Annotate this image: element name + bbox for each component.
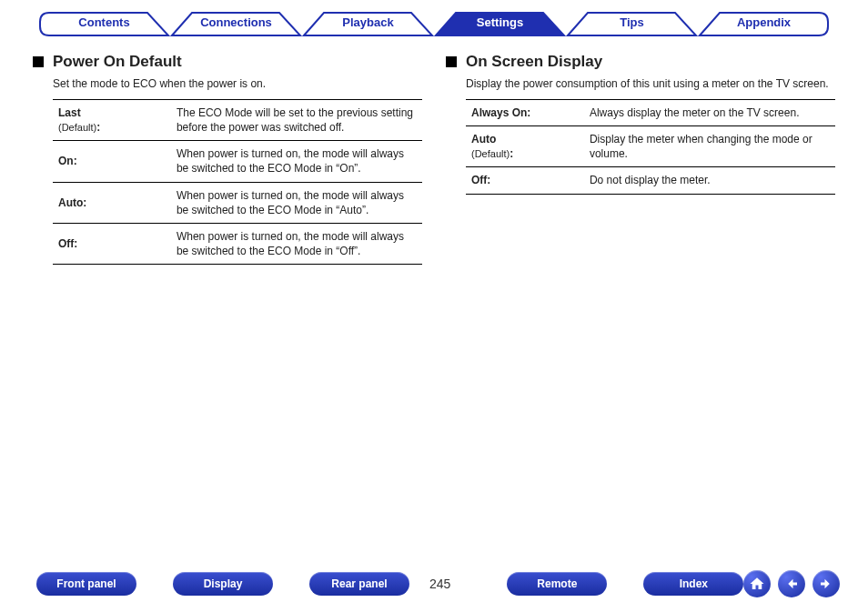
tab-tips[interactable]: Tips: [566, 11, 698, 36]
table-row: Off: Do not display the meter.: [466, 167, 835, 194]
tab-label: Settings: [477, 15, 523, 29]
section-description: Display the power consumption of this un…: [466, 76, 835, 92]
definition-table: Last (Default): The ECO Mode will be set…: [53, 99, 422, 266]
term-cell: Always On:: [466, 99, 584, 125]
term-label: Last: [58, 106, 81, 119]
tab-connections[interactable]: Connections: [170, 11, 302, 36]
term-label: Off:: [471, 174, 490, 186]
term-default: (Default): [471, 148, 510, 159]
term-cell: Off:: [466, 167, 584, 194]
value-cell: When power is turned on, the mode will a…: [171, 141, 422, 182]
display-button[interactable]: Display: [173, 572, 273, 596]
tab-label: Appendix: [737, 15, 791, 29]
tab-label: Connections: [200, 15, 272, 29]
section-title: Power On Default: [53, 53, 182, 71]
section-header: On Screen Display: [446, 53, 835, 71]
left-column: Power On Default Set the mode to ECO whe…: [33, 53, 422, 265]
term-label: Always On:: [471, 106, 530, 119]
home-button[interactable]: [743, 570, 771, 597]
right-column: On Screen Display Display the power cons…: [446, 53, 835, 265]
table-row: Auto: When power is turned on, the mode …: [53, 182, 422, 223]
section-title: On Screen Display: [466, 53, 602, 71]
tab-contents[interactable]: Contents: [38, 11, 170, 36]
term-label: On:: [58, 155, 77, 167]
next-page-button[interactable]: [812, 570, 840, 597]
definition-table: Always On: Always display the meter on t…: [466, 99, 835, 195]
index-button[interactable]: Index: [643, 572, 743, 596]
value-cell: Always display the meter on the TV scree…: [584, 99, 835, 125]
table-row: Last (Default): The ECO Mode will be set…: [53, 99, 422, 140]
value-cell: When power is turned on, the mode will a…: [171, 182, 422, 223]
term-colon: :: [510, 147, 513, 160]
arrow-right-icon: [818, 576, 834, 592]
content-area: Power On Default Set the mode to ECO whe…: [0, 36, 868, 265]
term-label: Off:: [58, 237, 77, 250]
term-cell: Last (Default):: [53, 99, 171, 140]
prev-page-button[interactable]: [778, 570, 805, 597]
term-cell: Auto:: [53, 182, 171, 223]
table-row: Off: When power is turned on, the mode w…: [53, 223, 422, 264]
section-description: Set the mode to ECO when the power is on…: [53, 76, 422, 92]
table-row: Auto (Default): Display the meter when c…: [466, 125, 835, 166]
bottom-bar: Front panel Display Rear panel 245 Remot…: [0, 570, 868, 597]
tab-appendix[interactable]: Appendix: [698, 11, 830, 36]
value-cell: Do not display the meter.: [584, 167, 835, 194]
value-cell: Display the meter when changing the mode…: [584, 125, 835, 166]
value-cell: When power is turned on, the mode will a…: [171, 223, 422, 264]
tab-playback[interactable]: Playback: [302, 11, 434, 36]
square-bullet-icon: [446, 56, 457, 67]
bottom-right-group: Remote Index: [507, 572, 743, 596]
remote-button[interactable]: Remote: [507, 572, 607, 596]
front-panel-button[interactable]: Front panel: [36, 572, 136, 596]
term-label: Auto: [471, 133, 496, 145]
tab-label: Tips: [620, 15, 644, 29]
tab-settings[interactable]: Settings: [434, 11, 566, 36]
term-default: (Default): [58, 122, 96, 133]
page-number: 245: [429, 577, 450, 591]
arrow-left-icon: [783, 576, 800, 592]
term-label: Auto:: [58, 196, 86, 209]
square-bullet-icon: [33, 56, 44, 67]
top-nav: Contents Connections Playback Settings T…: [0, 0, 868, 36]
table-row: Always On: Always display the meter on t…: [466, 99, 835, 125]
nav-icons-group: [743, 570, 840, 597]
table-row: On: When power is turned on, the mode wi…: [53, 141, 422, 182]
term-cell: On:: [53, 141, 171, 182]
tab-label: Playback: [342, 15, 393, 29]
tab-label: Contents: [78, 15, 129, 29]
rear-panel-button[interactable]: Rear panel: [309, 572, 409, 596]
bottom-left-group: Front panel Display Rear panel: [36, 572, 409, 596]
section-header: Power On Default: [33, 53, 422, 71]
term-cell: Auto (Default):: [466, 125, 584, 166]
term-cell: Off:: [53, 223, 171, 264]
term-colon: :: [96, 121, 100, 134]
value-cell: The ECO Mode will be set to the previous…: [171, 99, 422, 140]
home-icon: [749, 576, 765, 592]
